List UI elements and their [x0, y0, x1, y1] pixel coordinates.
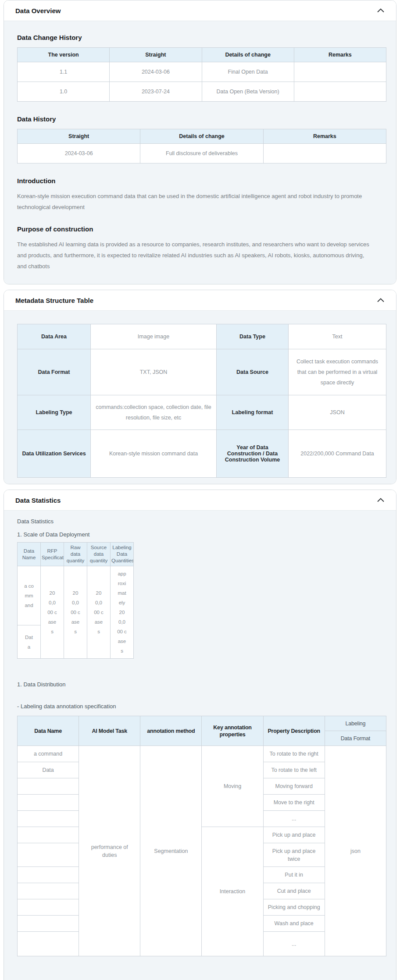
metadata-structure-section: Metadata Structure Table Data Area Image… [4, 290, 396, 484]
column-header: RFP Specifications [41, 543, 64, 566]
column-header: Straight [110, 48, 202, 62]
column-header: Remarks [294, 48, 386, 62]
data-overview-section: Data Overview Data Change History The ve… [4, 0, 396, 284]
table-row: Data Utilization Services Korean-style m… [18, 430, 386, 478]
table-row: 1.1 2024-03-06 Final Open Data [18, 62, 386, 82]
table-row: Labeling Type commands:collection space,… [18, 395, 386, 430]
cell-description: Wash and place [263, 916, 325, 932]
introduction-text: Korean-style mission execution command d… [17, 191, 373, 213]
cell-ai-model-task: performance of duties [79, 746, 140, 956]
cell-data-name [18, 916, 79, 932]
meta-label: Labeling Type [18, 395, 91, 430]
distribution-heading: 1. Data Distribution [17, 681, 386, 689]
cell-details: Full disclosure of deliverables [140, 144, 263, 163]
cell-data-name [18, 778, 79, 795]
metadata-accordion-header[interactable]: Metadata Structure Table [4, 290, 396, 311]
spec-heading: - Labeling data annotation specification [17, 703, 386, 710]
cell-date: 2023-07-24 [110, 82, 202, 102]
cell-remarks [263, 144, 386, 163]
column-header: Raw data quantity [64, 543, 87, 566]
cell-data-name [18, 811, 79, 827]
cell-description: Pick up and place [263, 827, 325, 843]
column-header: Remarks [263, 129, 386, 144]
cell-details: Data Open (Beta Version) [202, 82, 294, 102]
cell-description: To rotate to the right [263, 746, 325, 762]
cell-description: To rotate to the left [263, 762, 325, 778]
chevron-up-icon[interactable] [377, 8, 385, 13]
table-row: Data Format TXT, JSON Data Source Collec… [18, 349, 386, 395]
column-header: Data Name [18, 716, 79, 746]
cell-data-name [18, 899, 79, 916]
column-header: Details of change [140, 129, 263, 144]
column-header: annotation method [140, 716, 202, 746]
data-overview-body: Data Change History The version Straight… [4, 21, 396, 284]
cell-data-name: Data [18, 762, 79, 778]
cell-description: Move to the right [263, 795, 325, 811]
table-row: 2024-03-06 Full disclosure of deliverabl… [18, 144, 386, 163]
cell-date: 2024-03-06 [110, 62, 202, 82]
column-header: Property Description [263, 716, 325, 746]
cell-labeling-quantity: approximately 200,000 cases [111, 566, 134, 659]
table-row: 1.0 2023-07-24 Data Open (Beta Version) [18, 82, 386, 102]
chevron-up-icon[interactable] [377, 298, 385, 302]
cell-details: Final Open Data [202, 62, 294, 82]
table-header-row: Straight Details of change Remarks [18, 129, 386, 144]
column-header: Details of change [202, 48, 294, 62]
table-row: a command performance of duties Segmenta… [18, 746, 386, 762]
cell-raw-quantity: 200,000 cases [64, 566, 87, 659]
table-header-row: Data Name AI Model Task annotation metho… [18, 716, 386, 731]
cell-data-name [18, 932, 79, 956]
cell-description: ... [263, 811, 325, 827]
meta-value: Korean-style mission command data [91, 430, 217, 478]
section-title: Data Statistics [15, 497, 61, 504]
cell-source-quantity: 200,000 cases [87, 566, 111, 659]
cell-description: Picking and chopping [263, 899, 325, 916]
column-header: The version [18, 48, 110, 62]
metadata-body: Data Area Image image Data Type Text Dat… [4, 311, 396, 484]
section-title: Metadata Structure Table [15, 297, 93, 304]
column-header-labeling: Labeling [325, 716, 386, 731]
meta-label: Data Area [18, 324, 91, 349]
meta-label: Data Source [217, 349, 289, 395]
meta-label: Labeling format [217, 395, 289, 430]
statistics-accordion-header[interactable]: Data Statistics [4, 490, 396, 511]
cell-key-property: Interaction [202, 827, 263, 956]
meta-value: Collect task execution commands that can… [289, 349, 386, 395]
data-overview-accordion-header[interactable]: Data Overview [4, 0, 396, 21]
section-title: Data Overview [15, 7, 61, 14]
meta-label: Data Type [217, 324, 289, 349]
meta-label: Year of Data Construction / Data Constru… [217, 430, 289, 478]
cell-data-name [18, 883, 79, 899]
statistics-subtitle: Data Statistics [17, 518, 386, 526]
table-row: Data Area Image image Data Type Text [18, 324, 386, 349]
chevron-up-icon[interactable] [377, 498, 385, 502]
meta-value: 2022/200,000 Command Data [289, 430, 386, 478]
purpose-heading: Purpose of construction [17, 225, 386, 234]
cell-data-name: a command [18, 566, 41, 625]
cell-description: Cut and place [263, 883, 325, 899]
meta-value: commands:collection space, collection da… [91, 395, 217, 430]
cell-data-name [18, 795, 79, 811]
cell-description: Moving forward [263, 778, 325, 795]
cell-version: 1.1 [18, 62, 110, 82]
scale-heading: 1. Scale of Data Deployment [17, 531, 386, 539]
cell-data-name [18, 843, 79, 867]
meta-value: Text [289, 324, 386, 349]
table-row: a command 200,000 cases 200,000 cases 20… [18, 566, 134, 625]
cell-data-name [18, 827, 79, 843]
meta-value: TXT, JSON [91, 349, 217, 395]
cell-key-property: Moving [202, 746, 263, 827]
data-history-heading: Data History [17, 115, 386, 124]
scale-table: Data Name RFP Specifications Raw data qu… [17, 542, 134, 659]
cell-data-name [18, 867, 79, 883]
meta-value: Image image [91, 324, 217, 349]
cell-version: 1.0 [18, 82, 110, 102]
cell-data-format: json [325, 746, 386, 956]
column-header-data-format: Data Format [325, 731, 386, 746]
column-header: AI Model Task [79, 716, 140, 746]
meta-value: JSON [289, 395, 386, 430]
table-header-row: The version Straight Details of change R… [18, 48, 386, 62]
purpose-text: The established AI learning data is prov… [17, 239, 373, 272]
cell-data-name: Data [18, 625, 41, 659]
data-statistics-section: Data Statistics Data Statistics 1. Scale… [4, 490, 396, 980]
